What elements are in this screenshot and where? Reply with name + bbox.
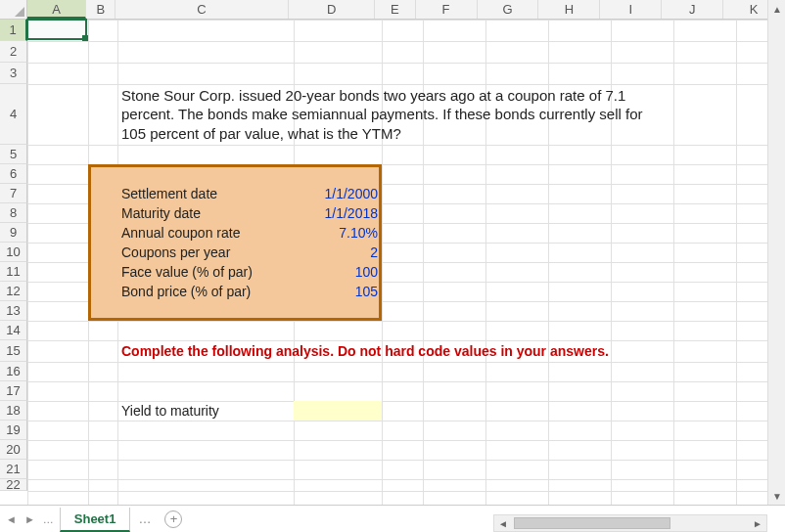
row-header-21[interactable]: 21 <box>0 460 27 479</box>
row-header-17[interactable]: 17 <box>0 381 27 401</box>
hscroll-thumb[interactable] <box>514 517 670 529</box>
column-header-B[interactable]: B <box>86 0 115 19</box>
tab-prev-icon[interactable]: ◄ <box>6 513 17 525</box>
box-value-2[interactable]: 7.10% <box>294 223 382 243</box>
row-headers: 12345678910111213141516171819202122 <box>0 20 27 491</box>
scroll-left-arrow[interactable]: ◄ <box>494 514 512 532</box>
row-header-16[interactable]: 16 <box>0 362 27 381</box>
box-label-2[interactable]: Annual coupon rate <box>117 223 294 243</box>
box-value-0[interactable]: 1/1/2000 <box>294 184 382 203</box>
row-header-11[interactable]: 11 <box>0 262 27 282</box>
box-label-3[interactable]: Coupons per year <box>117 243 294 262</box>
box-label-1[interactable]: Maturity date <box>117 203 294 223</box>
box-label-0[interactable]: Settlement date <box>117 184 294 203</box>
row-header-6[interactable]: 6 <box>0 164 27 184</box>
instruction-text[interactable]: Complete the following analysis. Do not … <box>117 340 705 362</box>
tab-overflow-icon[interactable]: … <box>130 511 159 526</box>
scroll-down-arrow[interactable]: ▼ <box>768 487 785 505</box>
column-header-E[interactable]: E <box>375 0 415 19</box>
row-header-18[interactable]: 18 <box>0 401 27 421</box>
problem-text-cell[interactable]: Stone Sour Corp. issued 20-year bonds tw… <box>117 84 666 145</box>
row-header-7[interactable]: 7 <box>0 184 27 203</box>
row-header-19[interactable]: 19 <box>0 421 27 440</box>
row-header-1[interactable]: 1 <box>0 20 27 41</box>
row-header-10[interactable]: 10 <box>0 243 27 262</box>
scroll-up-arrow[interactable]: ▲ <box>768 0 785 18</box>
row-header-9[interactable]: 9 <box>0 223 27 243</box>
box-value-4[interactable]: 100 <box>294 262 382 282</box>
scroll-right-arrow[interactable]: ► <box>749 514 766 532</box>
select-all-corner[interactable] <box>0 0 27 20</box>
row-header-3[interactable]: 3 <box>0 63 27 84</box>
column-header-C[interactable]: C <box>115 0 289 19</box>
horizontal-scrollbar[interactable]: ◄ ► <box>493 514 767 532</box>
column-header-F[interactable]: F <box>416 0 478 19</box>
column-header-H[interactable]: H <box>538 0 600 19</box>
selection-indicator <box>26 19 87 40</box>
add-sheet-button[interactable]: + <box>164 510 182 528</box>
sheet-tab-bar: ◄ ► … Sheet1 … + ◄ ► <box>0 505 785 532</box>
column-headers: ABCDEFGHIJK <box>0 0 785 20</box>
hscroll-track[interactable] <box>512 515 749 531</box>
row-header-20[interactable]: 20 <box>0 440 27 460</box>
box-value-3[interactable]: 2 <box>294 243 382 262</box>
column-header-J[interactable]: J <box>662 0 723 19</box>
row-header-22[interactable]: 22 <box>0 479 27 491</box>
cell-grid[interactable]: Stone Sour Corp. issued 20-year bonds tw… <box>27 20 767 505</box>
vertical-scrollbar[interactable]: ▲ ▼ <box>767 0 785 505</box>
row-header-5[interactable]: 5 <box>0 145 27 164</box>
row-header-8[interactable]: 8 <box>0 203 27 223</box>
box-label-4[interactable]: Face value (% of par) <box>117 262 294 282</box>
tab-more-icon[interactable]: … <box>43 513 54 525</box>
column-header-G[interactable]: G <box>478 0 539 19</box>
row-header-13[interactable]: 13 <box>0 301 27 321</box>
ytm-label[interactable]: Yield to maturity <box>117 401 294 421</box>
box-value-1[interactable]: 1/1/2018 <box>294 203 382 223</box>
row-header-2[interactable]: 2 <box>0 41 27 63</box>
tab-sheet1[interactable]: Sheet1 <box>60 508 131 532</box>
box-label-5[interactable]: Bond price (% of par) <box>117 282 294 301</box>
box-value-5[interactable]: 105 <box>294 282 382 301</box>
tab-next-icon[interactable]: ► <box>24 513 35 525</box>
column-header-I[interactable]: I <box>600 0 662 19</box>
row-header-4[interactable]: 4 <box>0 84 27 145</box>
spreadsheet-area: ABCDEFGHIJK 1234567891011121314151617181… <box>0 0 785 505</box>
column-header-A[interactable]: A <box>27 0 87 19</box>
tab-navigation: ◄ ► … <box>0 513 60 525</box>
vscroll-track[interactable] <box>768 18 785 487</box>
row-header-14[interactable]: 14 <box>0 321 27 340</box>
row-header-12[interactable]: 12 <box>0 282 27 301</box>
column-header-D[interactable]: D <box>289 0 375 19</box>
row-header-15[interactable]: 15 <box>0 340 27 362</box>
ytm-answer-cell[interactable] <box>294 401 382 421</box>
